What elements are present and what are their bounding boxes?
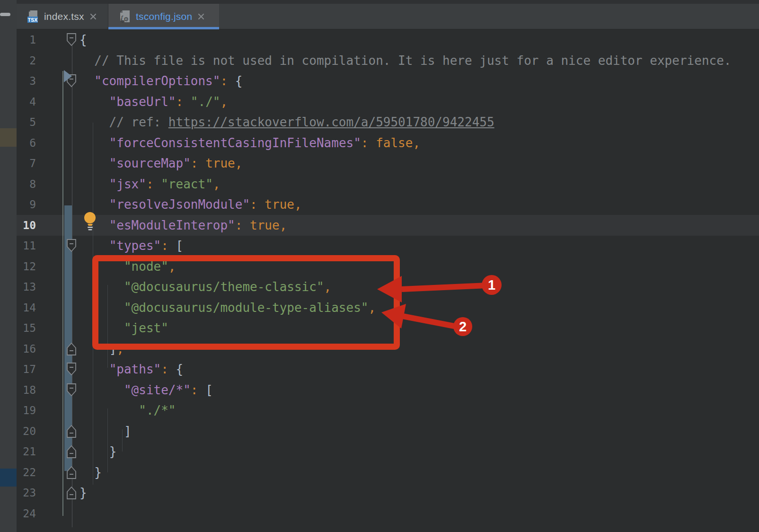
- tab-index-tsx[interactable]: TSX index.tsx: [17, 4, 108, 29]
- line-number: 17: [17, 359, 36, 380]
- bookmark-flag-icon[interactable]: [64, 70, 72, 82]
- line-number: 14: [17, 297, 36, 318]
- code-line[interactable]: "paths": {: [79, 359, 183, 380]
- badge-1-label: 1: [488, 277, 495, 293]
- badge-2-circle: [453, 317, 472, 336]
- ide-window: TSX index.tsx {⚙ tsconfig.json: [0, 0, 759, 532]
- code-line[interactable]: "./*": [79, 400, 176, 421]
- line-number: 5: [17, 112, 36, 133]
- left-marker-column: [0, 0, 17, 532]
- line-number: 16: [17, 338, 36, 359]
- code-line[interactable]: {: [79, 29, 87, 50]
- fold-up-icon[interactable]: [66, 465, 77, 479]
- left-marker-olive: [0, 128, 17, 147]
- line-number: 2: [17, 50, 36, 71]
- close-icon[interactable]: [197, 12, 205, 21]
- line-number: 19: [17, 400, 36, 421]
- line-number: 3: [17, 71, 36, 91]
- line-number: 11: [17, 235, 36, 256]
- fold-up-icon[interactable]: [66, 424, 77, 438]
- fold-up-icon[interactable]: [66, 444, 77, 459]
- code-line[interactable]: "sourceMap": true,: [79, 153, 242, 174]
- annotation-box: [92, 255, 400, 350]
- code-line[interactable]: "esModuleInterop": true,: [79, 215, 287, 236]
- tab-bar-top-strip: [17, 0, 759, 4]
- arrow-1-line: [402, 285, 486, 289]
- left-marker-blue: [0, 469, 17, 487]
- line-number: 15: [17, 318, 36, 338]
- line-number: 12: [17, 256, 36, 277]
- line-number: 7: [17, 153, 36, 174]
- line-number: 22: [17, 462, 36, 483]
- editor-tab-bar: TSX index.tsx {⚙ tsconfig.json: [17, 0, 759, 29]
- code-line[interactable]: }: [79, 462, 102, 483]
- code-line[interactable]: // ref: https://stackoverflow.com/a/5950…: [79, 112, 494, 133]
- code-line[interactable]: "types": [: [79, 235, 183, 256]
- line-number: 21: [17, 441, 36, 462]
- fold-down-icon[interactable]: [66, 33, 77, 47]
- code-line[interactable]: "compilerOptions": {: [79, 71, 242, 91]
- tsconfig-file-icon: {⚙: [119, 10, 131, 23]
- code-line[interactable]: "baseUrl": "./",: [79, 91, 228, 112]
- active-region-line: [62, 71, 63, 516]
- line-number: 23: [17, 482, 36, 503]
- code-line[interactable]: // This file is not used in compilation.…: [79, 50, 732, 71]
- arrow-2-line: [400, 316, 457, 327]
- code-line[interactable]: "jsx": "react",: [79, 174, 220, 195]
- badge-2-label: 2: [459, 319, 467, 334]
- close-icon[interactable]: [89, 12, 97, 21]
- window-control-dash-icon[interactable]: [0, 13, 10, 16]
- code-editor[interactable]: 123456789101112131415161718192021222324 …: [17, 29, 759, 532]
- line-number: 24: [17, 503, 36, 524]
- line-number: 1: [17, 29, 36, 50]
- fold-up-icon[interactable]: [66, 486, 77, 500]
- line-number: 20: [17, 421, 36, 442]
- svg-text:{⚙: {⚙: [120, 15, 128, 23]
- tsx-file-icon: TSX: [27, 10, 39, 23]
- line-number: 13: [17, 276, 36, 297]
- code-line[interactable]: }: [79, 482, 87, 503]
- line-number: 4: [17, 91, 36, 112]
- code-line[interactable]: ]: [79, 421, 132, 442]
- code-line[interactable]: "forceConsistentCasingInFileNames": fals…: [79, 133, 420, 153]
- line-number: 8: [17, 174, 36, 195]
- fold-up-icon[interactable]: [66, 342, 77, 356]
- code-line[interactable]: "@site/*": [: [79, 380, 213, 400]
- svg-text:TSX: TSX: [28, 17, 37, 23]
- badge-1-circle: [482, 275, 502, 295]
- fold-down-icon[interactable]: [66, 383, 77, 397]
- fold-down-icon[interactable]: [66, 239, 77, 253]
- tab-tsconfig-json[interactable]: {⚙ tsconfig.json: [108, 4, 219, 29]
- code-line[interactable]: "resolveJsonModule": true,: [79, 194, 302, 215]
- tab-label: index.tsx: [44, 11, 84, 22]
- line-number: 6: [17, 133, 36, 153]
- line-number: 9: [17, 194, 36, 215]
- line-number: 18: [17, 380, 36, 400]
- line-number: 10: [17, 215, 36, 236]
- code-line[interactable]: }: [79, 441, 116, 462]
- fold-down-icon[interactable]: [66, 362, 77, 376]
- tab-label: tsconfig.json: [136, 11, 192, 22]
